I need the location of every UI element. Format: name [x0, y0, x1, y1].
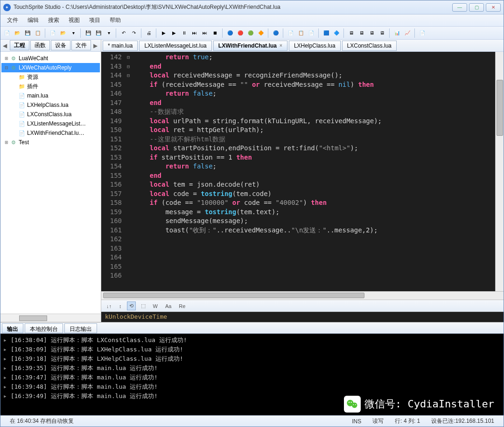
code-editor[interactable]: 1421431441451461471481491501511521531541…	[101, 52, 504, 291]
toolbar-btn-40[interactable]: 🖥	[357, 28, 366, 38]
statusbar: 在 16:40:34 存档自动恢复 INS 读写 行: 4 列: 1 设备已连:…	[0, 415, 504, 427]
tree-node-4[interactable]: 📄main.lua	[1, 91, 100, 100]
findbar-opt-3[interactable]: ⬚	[139, 301, 148, 310]
menu-4[interactable]: 项目	[84, 15, 105, 25]
menu-0[interactable]: 文件	[2, 15, 23, 25]
menu-2[interactable]: 搜索	[43, 15, 64, 25]
toolbar-btn-7[interactable]: ▾	[69, 28, 78, 38]
svg-point-3	[351, 402, 352, 403]
sidebar-tab-next[interactable]: ▶	[91, 42, 99, 49]
status-device: 设备已连:192.168.15.101	[426, 417, 500, 425]
findbar-opt-4[interactable]: W	[151, 302, 160, 310]
toolbar-btn-22[interactable]: ⏭	[200, 28, 210, 38]
sidebar-hscroll[interactable]	[0, 314, 101, 322]
findbar-opt-5[interactable]: Aa	[163, 302, 174, 310]
toolbar-btn-9[interactable]: 💾	[84, 28, 93, 38]
toolbar-btn-0[interactable]: 📄	[2, 28, 12, 38]
maximize-button[interactable]: ▢	[469, 3, 484, 12]
status-rw: 读写	[367, 417, 389, 425]
console-line: ▸ [16:38:09] 运行脚本：脚本 LXHelpClass.lua 运行成…	[3, 345, 501, 354]
toolbar-btn-28[interactable]: 🔶	[256, 28, 266, 38]
toolbar-btn-27[interactable]: 🟢	[246, 28, 255, 38]
toolbar-btn-1[interactable]: 📂	[13, 28, 22, 38]
toolbar-btn-21[interactable]: ⏭	[190, 28, 199, 38]
sidebar-tabs: ◀ 工程函数设备文件 ▶	[0, 40, 101, 52]
menu-3[interactable]: 视图	[64, 15, 84, 25]
minimize-button[interactable]: —	[452, 3, 467, 12]
findbar-opt-6[interactable]: Re	[176, 302, 188, 310]
editor-tab-0[interactable]: * main.lua	[103, 41, 138, 51]
toolbar-btn-20[interactable]: ⏸	[180, 28, 189, 38]
editor-tab-2[interactable]: LXWithFriendChat.lua×	[213, 41, 287, 51]
toolbar-btn-26[interactable]: 🔴	[236, 28, 245, 38]
toolbar-btn-3[interactable]: 📋	[33, 28, 42, 38]
tree-node-1[interactable]: ⊟⚙LXWeChatAutoReply	[1, 63, 100, 72]
bottom-tab-1[interactable]: 本地控制台	[25, 323, 63, 333]
project-tree[interactable]: ⊞⚙LuaWeCaht⊟⚙LXWeChatAutoReply📁资源📁插件📄mai…	[0, 52, 101, 314]
body: ◀ 工程函数设备文件 ▶ ⊞⚙LuaWeCaht⊟⚙LXWeChatAutoRe…	[0, 40, 504, 322]
toolbar-btn-2[interactable]: 💾	[23, 28, 32, 38]
tree-node-8[interactable]: 📄LXWithFriendChat.lu…	[1, 128, 100, 138]
toolbar-btn-11[interactable]: ▾	[104, 28, 113, 38]
close-button[interactable]: ✕	[486, 3, 501, 12]
toolbar-btn-44[interactable]: 📊	[392, 28, 402, 38]
toolbar-btn-16[interactable]: 🖨	[144, 28, 154, 38]
toolbar-btn-37[interactable]: 🔷	[332, 28, 341, 38]
toolbar-btn-45[interactable]: 📈	[403, 28, 412, 38]
toolbar-btn-32[interactable]: 📄	[286, 28, 295, 38]
tree-node-6[interactable]: 📄LXConstClass.lua	[1, 110, 100, 119]
tree-node-5[interactable]: 📄LXHelpClass.lua	[1, 100, 100, 110]
line-gutter: 1421431441451461471481491501511521531541…	[101, 52, 125, 291]
editor-hscroll[interactable]	[101, 291, 504, 300]
bottom-tab-2[interactable]: 日志输出	[64, 323, 97, 333]
toolbar-btn-23[interactable]: ⏹	[210, 28, 220, 38]
editor-tab-3[interactable]: LXHelpClass.lua	[289, 41, 341, 51]
close-icon[interactable]: ×	[280, 43, 282, 48]
svg-point-5	[355, 404, 356, 405]
toolbar-btn-36[interactable]: 🟦	[322, 28, 331, 38]
toolbar-btn-25[interactable]: 🔵	[225, 28, 235, 38]
bottom-tab-0[interactable]: 输出	[2, 323, 23, 333]
editor-tab-4[interactable]: LXConstClass.lua	[342, 41, 397, 51]
toolbar-btn-39[interactable]: 🖥	[347, 28, 356, 38]
toolbar-btn-47[interactable]: 📄	[418, 28, 427, 38]
code-area[interactable]: return true; end local receivedMessage =…	[132, 52, 495, 291]
toolbar-btn-41[interactable]: 🖥	[367, 28, 377, 38]
sidebar-tab-设备[interactable]: 设备	[51, 40, 70, 50]
toolbar-btn-34[interactable]: 📄	[307, 28, 316, 38]
sidebar-tab-prev[interactable]: ◀	[0, 42, 9, 49]
editor-vscroll[interactable]	[495, 52, 504, 291]
menubar: 文件编辑搜索视图项目帮助	[0, 14, 504, 27]
toolbar-btn-6[interactable]: 📂	[58, 28, 68, 38]
sidebar-tab-函数[interactable]: 函数	[30, 40, 50, 50]
findbar-opt-2[interactable]: ⟲	[127, 301, 136, 310]
toolbar-btn-19[interactable]: ▶	[169, 28, 179, 38]
tree-label: LXWeChatAutoReply	[19, 64, 71, 71]
findbar-opt-1[interactable]: ↕	[117, 302, 124, 310]
toolbar-btn-33[interactable]: 📋	[296, 28, 306, 38]
toolbar-btn-42[interactable]: 🖥	[378, 28, 387, 38]
svg-point-2	[349, 402, 350, 403]
sidebar-tab-文件[interactable]: 文件	[71, 40, 91, 50]
menu-1[interactable]: 编辑	[23, 15, 43, 25]
toolbar-btn-13[interactable]: ↶	[119, 28, 128, 38]
titlebar: ✦ TouchSprite Studio - C:\Users\Administ…	[0, 0, 504, 14]
toolbar-btn-30[interactable]: 🔵	[271, 28, 280, 38]
output-console[interactable]: ▸ [16:38:04] 运行脚本：脚本 LXConstClass.lua 运行…	[0, 334, 504, 415]
editor-tab-1[interactable]: LXListenMessageList.lua	[139, 41, 211, 51]
gear-icon: ⚙	[10, 64, 17, 71]
toolbar-btn-5[interactable]: 📄	[48, 28, 57, 38]
toolbar-btn-14[interactable]: ↷	[129, 28, 139, 38]
fold-column[interactable]: ⊟⊟⊟	[125, 52, 132, 291]
tree-node-9[interactable]: ⊞⚙Test	[1, 138, 100, 147]
tree-node-3[interactable]: 📁插件	[1, 82, 100, 91]
toolbar: 📄📂💾📋📄📂▾💾💾▾↶↷🖨▶▶⏸⏭⏭⏹🔵🔴🟢🔶🔵📄📋📄🟦🔷🖥🖥🖥🖥📊📈📄	[0, 27, 504, 40]
tree-node-2[interactable]: 📁资源	[1, 72, 100, 82]
sidebar-tab-工程[interactable]: 工程	[10, 40, 29, 50]
tree-node-0[interactable]: ⊞⚙LuaWeCaht	[1, 54, 100, 63]
toolbar-btn-18[interactable]: ▶	[159, 28, 168, 38]
findbar-opt-0[interactable]: ↓↑	[104, 302, 114, 310]
toolbar-btn-10[interactable]: 💾	[94, 28, 103, 38]
tree-node-7[interactable]: 📄LXListenMessageList…	[1, 119, 100, 128]
menu-5[interactable]: 帮助	[105, 15, 126, 25]
